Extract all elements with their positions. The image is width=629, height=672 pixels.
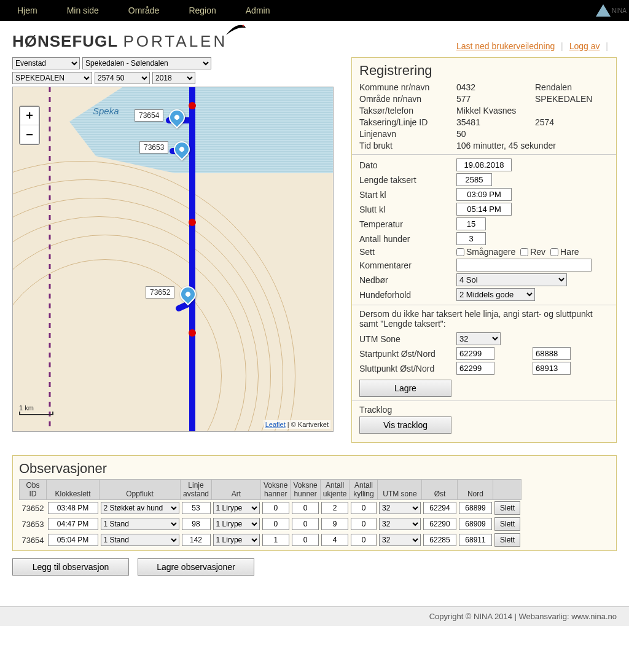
site-logo: HØNSEFUGL PORTALEN — [12, 32, 256, 51]
map-selectors: Evenstad Spekedalen - Sølendalen — [12, 57, 344, 69]
obs-time-input[interactable] — [48, 534, 98, 546]
nav-omrade[interactable]: Område — [128, 6, 160, 15]
obs-delete-button[interactable]: Slett — [494, 533, 520, 547]
nav-region[interactable]: Region — [189, 6, 216, 15]
map[interactable]: Speka — [12, 87, 334, 432]
selector-line[interactable]: 2574 50 — [95, 72, 150, 84]
startp-north-input[interactable] — [533, 347, 571, 360]
linjeid-label: Taksering/Linje ID — [359, 117, 456, 127]
obs-avstand-input[interactable] — [182, 502, 211, 514]
table-row: 736531 Stand1 Lirype32Slett — [20, 516, 522, 532]
link-sep-end: | — [606, 41, 608, 51]
map-marker-73652[interactable]: 73652 — [180, 286, 196, 302]
startp-east-input[interactable] — [456, 347, 494, 360]
obs-oppflukt-select[interactable]: 2 Støkket av hund — [101, 502, 179, 514]
nav-hjem[interactable]: Hjem — [17, 6, 37, 15]
obs-oppflukt-select[interactable]: 1 Stand — [101, 534, 179, 546]
obs-id: 73653 — [20, 516, 47, 532]
slutt-label: Slutt kl — [359, 205, 456, 214]
obs-ky-input[interactable] — [351, 534, 377, 546]
nav-minside[interactable]: Min side — [67, 6, 99, 15]
sluttp-east-input[interactable] — [456, 362, 494, 375]
temp-input[interactable] — [456, 217, 486, 230]
slutt-input[interactable] — [456, 203, 512, 216]
lengde-input[interactable] — [456, 173, 492, 186]
kommune-label: Kommune nr/navn — [359, 82, 456, 92]
dato-input[interactable] — [456, 158, 512, 171]
selector-area2[interactable]: Spekedalen - Sølendalen — [82, 57, 211, 69]
obs-ky-input[interactable] — [351, 518, 377, 530]
table-row: 736522 Støkket av hund1 Lirype32Slett — [20, 500, 522, 517]
obs-uk-input[interactable] — [321, 518, 348, 530]
download-guide-link[interactable]: Last ned brukerveiledning — [456, 41, 555, 51]
linjenavn-value: 50 — [456, 129, 466, 139]
observations-panel: Observasjoner Obs ID Klokkeslett Oppfluk… — [12, 455, 617, 551]
obs-avstand-input[interactable] — [182, 518, 211, 530]
marker-label: 73654 — [135, 109, 163, 122]
start-input[interactable] — [456, 188, 512, 201]
obs-oppflukt-select[interactable]: 1 Stand — [101, 518, 179, 530]
obs-vh-input[interactable] — [262, 534, 289, 546]
obs-vh-input[interactable] — [262, 518, 289, 530]
obs-avstand-input[interactable] — [182, 534, 211, 546]
utm-select[interactable]: 32 — [456, 332, 501, 345]
kommune-navn: Rendalen — [535, 82, 572, 92]
obs-ost-input[interactable] — [423, 518, 456, 530]
obs-time-input[interactable] — [48, 502, 98, 514]
observations-buttons: Legg til observasjon Lagre observasjoner — [12, 558, 617, 576]
hunde-select[interactable]: 2 Middels gode — [456, 288, 535, 301]
obs-nord-input[interactable] — [459, 502, 492, 514]
zoom-in-button[interactable]: + — [20, 107, 39, 125]
nav-admin[interactable]: Admin — [246, 6, 270, 15]
selector-area1[interactable]: Evenstad — [12, 57, 80, 69]
obs-time-input[interactable] — [48, 518, 98, 530]
hunder-input[interactable] — [456, 232, 486, 245]
obs-vhu-input[interactable] — [292, 534, 319, 546]
obs-vhu-input[interactable] — [292, 518, 319, 530]
sluttp-north-input[interactable] — [533, 362, 571, 375]
th-art: Art — [212, 480, 261, 500]
lengde-label: Lengde taksert — [359, 175, 456, 185]
obs-art-select[interactable]: 1 Lirype — [213, 502, 260, 514]
obs-art-select[interactable]: 1 Lirype — [213, 534, 260, 546]
logout-link[interactable]: Logg av — [569, 41, 600, 51]
obs-vhu-input[interactable] — [292, 502, 319, 514]
save-observations-button[interactable]: Lagre observasjoner — [138, 558, 254, 576]
svg-point-0 — [243, 25, 244, 26]
add-observation-button[interactable]: Legg til observasjon — [12, 558, 129, 576]
komm-input[interactable] — [456, 259, 592, 272]
obs-ky-input[interactable] — [351, 502, 377, 514]
nedbor-select[interactable]: 4 Sol — [456, 273, 567, 286]
zoom-out-button[interactable]: − — [20, 125, 39, 144]
obs-utm-select[interactable]: 32 — [379, 502, 421, 514]
map-attribution: Leaflet | © Kartverket — [264, 420, 330, 429]
leaflet-link[interactable]: Leaflet — [265, 421, 286, 428]
lagre-button[interactable]: Lagre — [359, 380, 451, 397]
sett-rev-checkbox[interactable] — [520, 248, 528, 256]
obs-art-select[interactable]: 1 Lirype — [213, 518, 260, 530]
obs-utm-select[interactable]: 32 — [379, 534, 421, 546]
temp-label: Temperatur — [359, 219, 456, 229]
obs-ost-input[interactable] — [423, 502, 456, 514]
start-label: Start kl — [359, 190, 456, 200]
selector-year[interactable]: 2018 — [152, 72, 195, 84]
obs-nord-input[interactable] — [459, 534, 492, 546]
linje-id: 2574 — [535, 117, 554, 127]
obs-delete-button[interactable]: Slett — [494, 501, 520, 515]
sett-hare-checkbox[interactable] — [550, 248, 558, 256]
selector-area3[interactable]: SPEKEDALEN — [12, 72, 92, 84]
obs-delete-button[interactable]: Slett — [494, 517, 520, 531]
map-marker-73653[interactable]: 73653 — [174, 141, 190, 157]
obs-ost-input[interactable] — [423, 534, 456, 546]
obs-uk-input[interactable] — [321, 502, 348, 514]
obs-nord-input[interactable] — [459, 518, 492, 530]
obs-vh-input[interactable] — [262, 502, 289, 514]
vis-tracklog-button[interactable]: Vis tracklog — [359, 416, 451, 434]
obs-uk-input[interactable] — [321, 534, 348, 546]
header: HØNSEFUGL PORTALEN Last ned brukerveiled… — [0, 21, 629, 57]
marker-pin-icon — [171, 138, 193, 161]
sett-smagnagere-checkbox[interactable] — [456, 248, 464, 256]
obs-utm-select[interactable]: 32 — [379, 518, 421, 530]
map-marker-73654[interactable]: 73654 — [169, 109, 185, 125]
scale-text: 1 km — [19, 404, 34, 412]
